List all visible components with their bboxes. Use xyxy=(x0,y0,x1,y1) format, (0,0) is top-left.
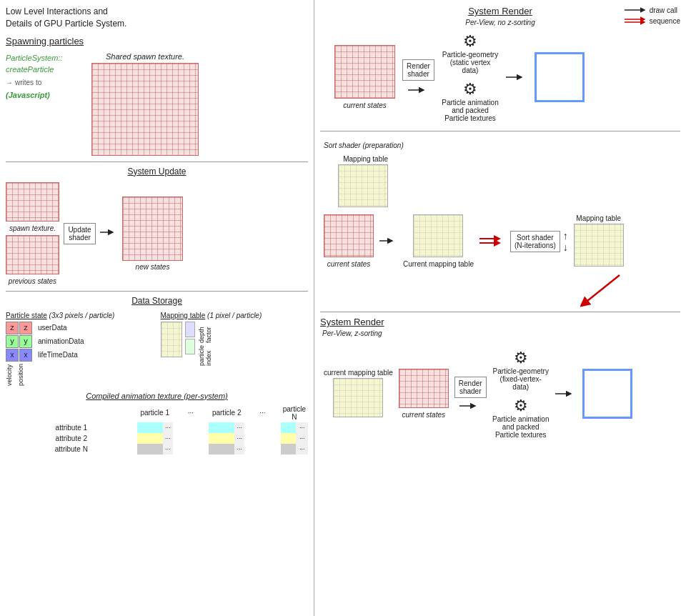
mapping-tex-bottom xyxy=(574,224,624,267)
system-render2-subtitle: Per-View, z-sorting xyxy=(320,329,384,337)
current-states-sort-label: current states xyxy=(324,260,374,268)
attr2-label: attribute 2 xyxy=(6,433,137,444)
current-states-sort-tex xyxy=(324,214,374,257)
compiled-table: particle 1 ··· particle 2 ··· particle N… xyxy=(6,404,308,454)
cell-x2: x xyxy=(19,349,32,362)
update-arrow xyxy=(100,227,118,239)
new-states-tex xyxy=(122,197,183,261)
attrN-label: attribute N xyxy=(6,444,137,454)
update-shader-box: Update shader xyxy=(64,223,96,244)
spawn-texture-label: Shared spawn texture. xyxy=(91,52,199,61)
prev-states-tex xyxy=(6,235,59,274)
mapping-table-bottom-label: Mapping table xyxy=(574,214,624,222)
cell-y2: y xyxy=(19,335,32,348)
current-mapping-label: Current mapping table xyxy=(403,260,474,268)
sequence-arrow-icon xyxy=(625,16,650,25)
system-render2-title: System Render xyxy=(320,317,384,327)
red-diag-arrow-container xyxy=(320,272,680,307)
position-label: position xyxy=(17,364,24,386)
spawn-tex-small xyxy=(6,182,59,222)
depth-factor-cell xyxy=(185,322,195,337)
particle2-header: particle 2 xyxy=(209,404,244,422)
current-mapping2-tex xyxy=(333,378,383,417)
draw-call-arrow-icon xyxy=(625,6,650,14)
cell-x1: x xyxy=(6,349,19,362)
particle-anim-label: Particle animation and packed Particle t… xyxy=(442,99,498,122)
svg-line-19 xyxy=(584,275,620,304)
compiled-title: Compiled animation texture (per-system) xyxy=(6,392,308,400)
data-storage-section: Data Storage Particle state (3x3 pixels … xyxy=(6,291,308,454)
particle-geo-label: Particle-geometry (static vertex data) xyxy=(442,51,499,74)
particle-geo-icon: ⚙ xyxy=(442,32,499,51)
red-double-arrow xyxy=(479,234,504,249)
new-states-label: new states xyxy=(136,263,170,271)
red-diagonal-arrow xyxy=(580,272,623,307)
data-storage-title: Data Storage xyxy=(6,296,308,306)
sort-shader-box: Sort shader (N-iterations) xyxy=(510,231,560,252)
cell-z2: z xyxy=(19,322,32,334)
render-arrow xyxy=(408,85,429,96)
update-section: System Update spawn texture. previous st… xyxy=(6,162,308,285)
mapping-tex-small xyxy=(161,322,182,357)
lifeData-label: lifeTimeData xyxy=(38,351,84,359)
cell-z1: z xyxy=(6,322,19,334)
screen-box-2 xyxy=(582,369,632,419)
render-shader2-box: Render shader xyxy=(454,377,487,398)
sort-section: Sort shader (preparation) Mapping table … xyxy=(320,131,680,307)
current-mapping-tex xyxy=(413,214,463,257)
render-shader-box: Render shader xyxy=(402,59,434,81)
dots-col2: ··· xyxy=(244,404,281,422)
main-container: Low Level Interactions and Details of GP… xyxy=(0,0,686,616)
header-title: Low Level Interactions and Details of GP… xyxy=(6,6,308,30)
particle-index-label: particle index xyxy=(198,346,212,366)
particle-index-cell xyxy=(185,339,195,354)
mapping-table-top-label: Mapping table xyxy=(338,155,388,163)
render2-arrow xyxy=(459,401,481,412)
to-screen2-arrow xyxy=(555,389,577,399)
particle-state-label: Particle state (3x3 pixels / particle) xyxy=(6,312,154,319)
sort-prep-label: Sort shader (preparation) xyxy=(324,141,404,149)
current-states-tex xyxy=(334,45,395,99)
left-panel: Low Level Interactions and Details of GP… xyxy=(0,0,314,616)
current-states2-label: current states xyxy=(399,411,449,419)
particleN-header: particle N xyxy=(281,404,308,422)
screen-box-1 xyxy=(535,52,585,102)
update-title: System Update xyxy=(6,167,308,177)
particle-anim2-icon: ⚙ xyxy=(492,397,549,415)
previous-states-label: previous states xyxy=(9,277,56,285)
particle-geo2-icon: ⚙ xyxy=(492,349,550,367)
spawning-title: Spawning particles xyxy=(6,36,308,46)
writes-to-label: →writes to xyxy=(6,79,84,86)
system-render2-section: System Render Per-View, z-sorting curren… xyxy=(320,312,680,439)
particle-anim2-label: Particle animation and packed Particle t… xyxy=(492,415,549,439)
current-states-label: current states xyxy=(334,101,395,109)
to-screen-arrow xyxy=(506,72,527,83)
dots-col1: ··· xyxy=(173,404,209,422)
sequence-label: sequence xyxy=(650,17,680,25)
particle-geo2-label: Particle-geometry (fixed-vertex-data) xyxy=(492,367,550,391)
particle-anim-icon: ⚙ xyxy=(442,80,498,99)
mapping-tex-top xyxy=(338,164,388,207)
draw-call-label: draw call xyxy=(650,6,677,14)
velocity-label: velocity xyxy=(6,364,13,386)
sort-updown-arrows: ↑ ↓ xyxy=(563,230,568,253)
current-mapping2-label: current mapping table xyxy=(324,369,393,377)
sort-arrow1 xyxy=(379,236,397,247)
particle1-header: particle 1 xyxy=(137,404,173,422)
cell-y1: y xyxy=(6,335,19,348)
userData-label: userData xyxy=(38,324,84,332)
spawn-texture-small-label: spawn texture. xyxy=(9,224,56,232)
js-code: ParticleSystem:: createParticle xyxy=(6,52,84,76)
javascript-label: (Javascript) xyxy=(6,89,84,101)
spawn-texture-grid xyxy=(91,63,199,156)
legend: draw call sequence xyxy=(625,6,680,25)
animData-label: animationData xyxy=(38,337,84,345)
attr1-label: attribute 1 xyxy=(6,422,137,433)
current-states2-tex xyxy=(399,369,449,408)
mapping-table-label: Mapping table (1 pixel / particle) xyxy=(161,312,309,319)
depth-factor-label: depth factor xyxy=(198,323,212,343)
right-panel: draw call sequence xyxy=(314,0,686,616)
